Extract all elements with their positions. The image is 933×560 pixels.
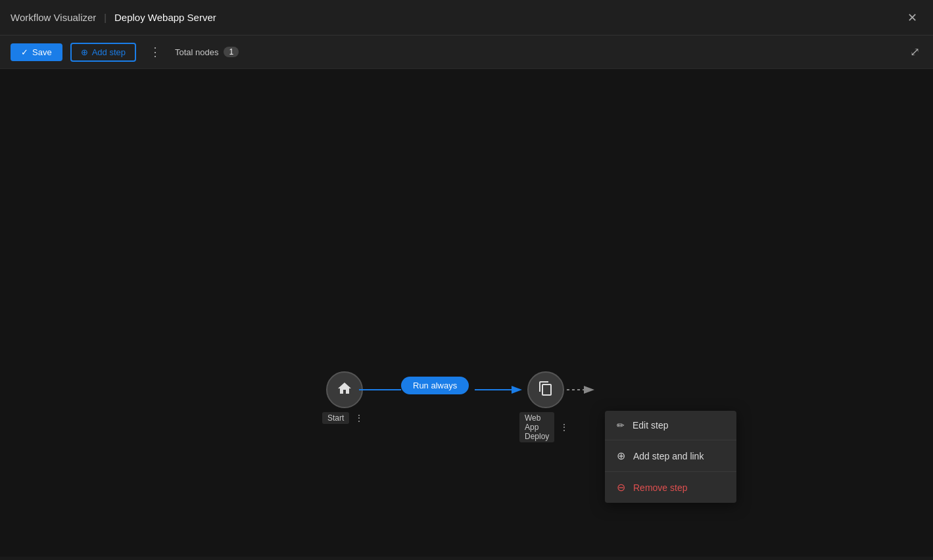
minus-circle-icon: ⊖	[617, 481, 625, 494]
add-step-button[interactable]: ⊕ Add step	[70, 43, 136, 62]
context-menu-add-step-link[interactable]: ⊕ Add step and link	[605, 440, 736, 472]
workflow-name: Deploy Webapp Server	[114, 12, 216, 23]
header: Workflow Visualizer | Deploy Webapp Serv…	[0, 0, 933, 35]
start-node: Start ⋮	[322, 371, 367, 424]
add-step-link-label: Add step and link	[633, 451, 704, 461]
save-button[interactable]: ✓ Save	[11, 43, 62, 61]
close-button[interactable]: ✕	[902, 8, 922, 28]
pencil-icon: ✏	[617, 420, 625, 431]
header-divider: |	[104, 12, 107, 23]
deploy-node-label-row: Web App Deploy ⋮	[519, 412, 572, 442]
start-node-label: Start	[322, 412, 349, 424]
save-check-icon: ✓	[21, 47, 28, 57]
home-icon	[337, 381, 352, 399]
app-title: Workflow Visualizer	[11, 12, 96, 23]
deploy-node: Web App Deploy ⋮	[519, 371, 572, 442]
total-nodes-label: Total nodes	[175, 47, 219, 57]
save-label: Save	[32, 47, 52, 57]
deploy-node-label: Web App Deploy	[519, 412, 554, 442]
remove-step-label: Remove step	[633, 482, 687, 493]
clipboard-icon	[538, 381, 554, 399]
context-menu: ✏ Edit step ⊕ Add step and link ⊖ Remove…	[605, 411, 736, 503]
start-node-label-row: Start ⋮	[322, 412, 367, 424]
workflow-canvas: Start ⋮ Run always	[0, 69, 933, 557]
toolbar: ✓ Save ⊕ Add step ⋮ Total nodes 1 ⤢	[0, 35, 933, 69]
context-menu-remove-step[interactable]: ⊖ Remove step	[605, 472, 736, 503]
toolbar-kebab-button[interactable]: ⋮	[144, 43, 167, 60]
plus-circle-icon: ⊕	[617, 450, 625, 462]
deploy-node-kebab-button[interactable]: ⋮	[557, 421, 572, 433]
expand-button[interactable]: ⤢	[907, 42, 922, 62]
edit-step-label: Edit step	[633, 420, 668, 431]
context-menu-edit-step[interactable]: ✏ Edit step	[605, 411, 736, 440]
total-nodes-section: Total nodes 1	[175, 47, 239, 57]
nodes-count-badge: 1	[224, 47, 239, 57]
add-step-plus-icon: ⊕	[81, 47, 88, 57]
run-always-pill[interactable]: Run always	[401, 377, 469, 394]
start-node-circle[interactable]	[326, 371, 363, 408]
add-step-label: Add step	[92, 47, 126, 57]
start-node-kebab-button[interactable]: ⋮	[352, 412, 367, 424]
deploy-node-circle[interactable]	[527, 371, 564, 408]
